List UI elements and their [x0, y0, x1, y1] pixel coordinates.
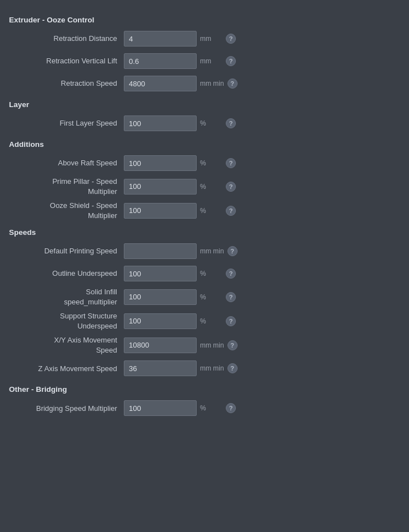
help-icon-solid-infill-speed[interactable]: ?	[226, 292, 236, 302]
field-label-prime-pillar-speed: Prime Pillar - SpeedMultiplier	[9, 177, 124, 196]
field-label-retraction-vertical-lift: Retraction Vertical Lift	[9, 56, 124, 66]
section-header-layer: Layer	[9, 100, 400, 110]
help-icon-above-raft-speed[interactable]: ?	[226, 158, 236, 168]
help-icon-support-structure-underspeed[interactable]: ?	[226, 316, 236, 326]
field-label-first-layer-speed: First Layer Speed	[9, 118, 124, 128]
help-icon-default-printing-speed[interactable]: ?	[227, 246, 238, 256]
unit-outline-underspeed: %	[200, 270, 222, 277]
unit-support-structure-underspeed: %	[200, 317, 222, 325]
field-row-above-raft-speed: Above Raft Speed%?	[9, 154, 400, 172]
unit-retraction-distance: mm	[200, 35, 222, 43]
field-label-xy-axis-movement-speed: X/Y Axis MovementSpeed	[9, 335, 124, 355]
unit-prime-pillar-speed: %	[200, 183, 222, 191]
field-row-outline-underspeed: Outline Underspeed%?	[9, 265, 400, 283]
help-icon-outline-underspeed[interactable]: ?	[226, 269, 236, 279]
unit-retraction-speed: mm min	[200, 80, 224, 87]
help-icon-xy-axis-movement-speed[interactable]: ?	[227, 340, 238, 350]
unit-xy-axis-movement-speed: mm min	[200, 341, 224, 349]
help-icon-first-layer-speed[interactable]: ?	[226, 118, 236, 128]
field-label-retraction-speed: Retraction Speed	[9, 78, 124, 89]
input-retraction-speed[interactable]	[124, 76, 197, 91]
input-xy-axis-movement-speed[interactable]	[124, 337, 197, 353]
unit-z-axis-movement-speed: mm min	[200, 364, 224, 372]
input-above-raft-speed[interactable]	[124, 155, 197, 171]
help-icon-bridging-speed-multiplier[interactable]: ?	[226, 403, 236, 413]
field-row-retraction-vertical-lift: Retraction Vertical Liftmm?	[9, 52, 400, 70]
unit-solid-infill-speed: %	[200, 293, 222, 301]
field-label-above-raft-speed: Above Raft Speed	[9, 158, 124, 168]
help-icon-retraction-vertical-lift[interactable]: ?	[226, 56, 236, 66]
field-label-solid-infill-speed: Solid Infillspeed_multiplier	[9, 287, 124, 307]
section-header-other-bridging: Other - Bridging	[9, 385, 400, 395]
input-z-axis-movement-speed[interactable]	[124, 360, 197, 376]
field-row-retraction-distance: Retraction Distancemm?	[9, 30, 400, 48]
unit-retraction-vertical-lift: mm	[200, 57, 222, 65]
field-row-support-structure-underspeed: Support StructureUnderspeed%?	[9, 311, 400, 331]
field-label-z-axis-movement-speed: Z Axis Movement Speed	[9, 364, 124, 374]
section-header-speeds: Speeds	[9, 228, 400, 238]
input-retraction-distance[interactable]	[124, 31, 197, 47]
field-row-retraction-speed: Retraction Speedmm min?	[9, 75, 400, 92]
field-row-ooze-shield-speed: Ooze Shield - SpeedMultiplier%?	[9, 201, 400, 220]
field-row-first-layer-speed: First Layer Speed%?	[9, 114, 400, 132]
field-label-retraction-distance: Retraction Distance	[9, 34, 124, 44]
help-icon-z-axis-movement-speed[interactable]: ?	[227, 363, 238, 373]
input-outline-underspeed[interactable]	[124, 266, 197, 281]
unit-above-raft-speed: %	[200, 159, 222, 167]
unit-first-layer-speed: %	[200, 119, 222, 127]
section-header-extruder-ooze: Extruder - Ooze Control	[9, 16, 400, 25]
input-support-structure-underspeed[interactable]	[124, 313, 197, 329]
help-icon-ooze-shield-speed[interactable]: ?	[226, 206, 236, 216]
input-ooze-shield-speed[interactable]	[124, 203, 197, 219]
field-row-bridging-speed-multiplier: Bridging Speed Multiplier%?	[9, 399, 400, 417]
field-label-ooze-shield-speed: Ooze Shield - SpeedMultiplier	[9, 201, 124, 220]
input-prime-pillar-speed[interactable]	[124, 179, 197, 195]
field-row-z-axis-movement-speed: Z Axis Movement Speedmm min?	[9, 359, 400, 377]
help-icon-retraction-distance[interactable]: ?	[226, 34, 236, 44]
help-icon-retraction-speed[interactable]: ?	[227, 78, 238, 89]
field-row-prime-pillar-speed: Prime Pillar - SpeedMultiplier%?	[9, 177, 400, 196]
help-icon-prime-pillar-speed[interactable]: ?	[226, 182, 236, 192]
input-first-layer-speed[interactable]	[124, 115, 197, 131]
input-retraction-vertical-lift[interactable]	[124, 53, 197, 69]
input-bridging-speed-multiplier[interactable]	[124, 400, 197, 416]
unit-default-printing-speed: mm min	[200, 247, 224, 255]
field-label-outline-underspeed: Outline Underspeed	[9, 269, 124, 279]
field-row-solid-infill-speed: Solid Infillspeed_multiplier%?	[9, 287, 400, 307]
input-default-printing-speed[interactable]	[124, 243, 197, 259]
field-label-support-structure-underspeed: Support StructureUnderspeed	[9, 311, 124, 331]
field-row-default-printing-speed: Default Printing Speedmm min?	[9, 242, 400, 260]
field-label-default-printing-speed: Default Printing Speed	[9, 246, 124, 256]
unit-bridging-speed-multiplier: %	[200, 404, 222, 412]
field-row-xy-axis-movement-speed: X/Y Axis MovementSpeedmm min?	[9, 335, 400, 355]
section-header-additions: Additions	[9, 140, 400, 150]
input-solid-infill-speed[interactable]	[124, 289, 197, 305]
unit-ooze-shield-speed: %	[200, 207, 222, 215]
field-label-bridging-speed-multiplier: Bridging Speed Multiplier	[9, 404, 124, 414]
